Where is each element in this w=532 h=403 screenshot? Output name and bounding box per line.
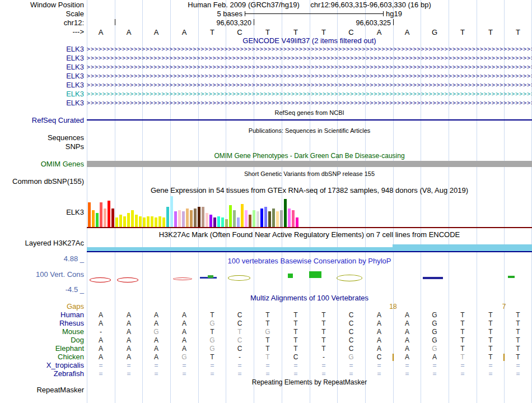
gene-item-label[interactable]: ELK3 bbox=[0, 63, 84, 71]
gtex-bar[interactable] bbox=[158, 216, 161, 227]
gene-item-arrows[interactable]: >>>>>>>>>>>>>>>>>>>>>>>>>>>>>>>>>>>>>>>>… bbox=[87, 45, 532, 54]
gtex-bar[interactable] bbox=[147, 216, 150, 227]
gtex-bar[interactable] bbox=[221, 217, 224, 227]
dbsnp-label[interactable]: Common dbSNP(155) bbox=[0, 178, 84, 186]
gtex-bar[interactable] bbox=[143, 217, 146, 227]
h3k27ac-segment[interactable] bbox=[393, 244, 532, 251]
gene-item-label[interactable]: ELK3 bbox=[0, 54, 84, 62]
gaps-label[interactable]: Gaps bbox=[0, 303, 84, 311]
gtex-bar[interactable] bbox=[253, 210, 255, 227]
gtex-bar[interactable] bbox=[206, 213, 208, 227]
multiz-row[interactable]: AAAGT-TC-GCAATTT bbox=[87, 353, 532, 362]
gtex-bar[interactable] bbox=[108, 201, 110, 227]
gtex-bar[interactable] bbox=[268, 211, 271, 227]
gtex-bar[interactable] bbox=[292, 210, 295, 227]
gtex-bar[interactable] bbox=[256, 211, 259, 227]
species-label[interactable]: Zebrafish bbox=[0, 370, 84, 378]
conservation-mark[interactable] bbox=[208, 275, 213, 278]
gtex-bar[interactable] bbox=[209, 215, 212, 227]
repeatmasker-label[interactable]: RepeatMasker bbox=[0, 386, 84, 394]
gtex-bar[interactable] bbox=[162, 217, 165, 227]
gtex-bar[interactable] bbox=[272, 209, 275, 227]
gtex-bar[interactable] bbox=[249, 215, 251, 227]
multiz-row[interactable]: AAAAGCTTTCAAGTTT bbox=[87, 319, 532, 328]
conservation-mark[interactable] bbox=[228, 275, 250, 281]
gtex-bar[interactable] bbox=[119, 215, 122, 227]
gtex-bar[interactable] bbox=[276, 211, 279, 227]
species-label[interactable]: X_tropicalis bbox=[0, 362, 84, 369]
gtex-bar[interactable] bbox=[213, 217, 216, 227]
gtex-bar[interactable] bbox=[202, 207, 204, 227]
sequences-label[interactable]: Sequences bbox=[0, 134, 84, 142]
gtex-bar[interactable] bbox=[96, 213, 99, 227]
gtex-bar[interactable] bbox=[123, 216, 126, 227]
multiz-row[interactable]: ================ bbox=[87, 370, 532, 378]
gtex-bar[interactable] bbox=[151, 216, 153, 227]
gtex-bar[interactable] bbox=[166, 207, 169, 227]
gtex-bar[interactable] bbox=[92, 210, 95, 227]
gene-item-label[interactable]: ELK3 bbox=[0, 72, 84, 80]
gtex-bar[interactable] bbox=[127, 213, 130, 227]
species-label[interactable]: Dog bbox=[0, 336, 84, 344]
gtex-bar[interactable] bbox=[260, 209, 263, 227]
conservation-mark[interactable] bbox=[117, 277, 138, 282]
conservation-mark[interactable] bbox=[309, 271, 321, 278]
gtex-bar[interactable] bbox=[217, 216, 220, 227]
gtex-bar[interactable] bbox=[280, 210, 283, 227]
gene-item-label[interactable]: ELK3 bbox=[0, 81, 84, 89]
gene-item-arrows[interactable]: >>>>>>>>>>>>>>>>>>>>>>>>>>>>>>>>>>>>>>>>… bbox=[87, 63, 532, 72]
gtex-bar[interactable] bbox=[182, 211, 185, 227]
multiz-row[interactable]: ================ bbox=[87, 362, 532, 370]
gtex-bar[interactable] bbox=[190, 210, 193, 227]
gene-item-label[interactable]: ELK3 bbox=[0, 90, 84, 98]
gene-item-arrows[interactable]: >>>>>>>>>>>>>>>>>>>>>>>>>>>>>>>>>>>>>>>>… bbox=[87, 99, 532, 108]
gene-item-label[interactable]: ELK3 bbox=[0, 99, 84, 107]
gtex-bar[interactable] bbox=[186, 209, 189, 227]
gtex-bar[interactable] bbox=[111, 209, 114, 227]
multiz-row[interactable]: AAAAGCTTTCAAGTTT bbox=[87, 345, 532, 353]
species-label[interactable]: Elephant bbox=[0, 345, 84, 353]
species-label[interactable]: Rhesus bbox=[0, 319, 84, 327]
gtex-bar[interactable] bbox=[194, 209, 197, 227]
gtex-gene-label[interactable]: ELK3 bbox=[0, 209, 84, 216]
gtex-bar[interactable] bbox=[174, 211, 177, 227]
gtex-bar[interactable] bbox=[245, 210, 248, 227]
gtex-bar[interactable] bbox=[155, 217, 157, 227]
gtex-bar[interactable] bbox=[115, 217, 118, 227]
omim-genes-label[interactable]: OMIM Genes bbox=[0, 160, 84, 168]
gtex-bar[interactable] bbox=[100, 202, 102, 227]
conservation-mark[interactable] bbox=[508, 276, 515, 278]
omim-genes-bar[interactable] bbox=[87, 161, 532, 167]
conservation-mark[interactable] bbox=[90, 277, 111, 282]
multiz-row[interactable]: AAAAGCTTTCAAGTTT bbox=[87, 336, 532, 345]
gtex-bar[interactable] bbox=[241, 204, 244, 227]
conservation-mark[interactable] bbox=[337, 275, 362, 281]
gtex-bar[interactable] bbox=[88, 202, 91, 227]
gene-item-arrows[interactable]: >>>>>>>>>>>>>>>>>>>>>>>>>>>>>>>>>>>>>>>>… bbox=[87, 72, 532, 81]
conservation-mark[interactable] bbox=[173, 277, 192, 280]
gtex-bar[interactable] bbox=[104, 209, 106, 227]
species-label[interactable]: Human bbox=[0, 311, 84, 319]
gtex-bar[interactable] bbox=[198, 207, 200, 227]
h3k27ac-segment[interactable] bbox=[87, 247, 393, 251]
gene-item-arrows[interactable]: >>>>>>>>>>>>>>>>>>>>>>>>>>>>>>>>>>>>>>>>… bbox=[87, 54, 532, 63]
refseq-curated-label[interactable]: RefSeq Curated bbox=[0, 117, 84, 124]
gtex-bar[interactable] bbox=[225, 219, 228, 227]
gtex-bar[interactable] bbox=[135, 215, 138, 227]
multiz-row[interactable]: AAAATCTTTCAAGTTT bbox=[87, 311, 532, 319]
phylop-cons-label[interactable]: 100 Vert. Cons bbox=[0, 271, 84, 279]
multiz-row[interactable]: -AGATTGTTCAAGTTT bbox=[87, 328, 532, 336]
gtex-bar[interactable] bbox=[233, 210, 236, 227]
gene-item-label[interactable]: ELK3 bbox=[0, 45, 84, 53]
gene-item-arrows[interactable]: >>>>>>>>>>>>>>>>>>>>>>>>>>>>>>>>>>>>>>>>… bbox=[87, 81, 532, 90]
gtex-bar[interactable] bbox=[139, 216, 142, 227]
gtex-bar[interactable] bbox=[178, 210, 181, 227]
snps-label[interactable]: SNPs bbox=[0, 143, 84, 151]
conservation-mark[interactable] bbox=[423, 277, 443, 279]
conservation-mark[interactable] bbox=[288, 274, 293, 278]
gtex-bar[interactable] bbox=[170, 196, 173, 227]
gtex-bar[interactable] bbox=[229, 205, 232, 227]
refseq-gene-line[interactable] bbox=[87, 119, 532, 121]
gtex-bar[interactable] bbox=[288, 209, 291, 227]
species-label[interactable]: Mouse bbox=[0, 328, 84, 336]
